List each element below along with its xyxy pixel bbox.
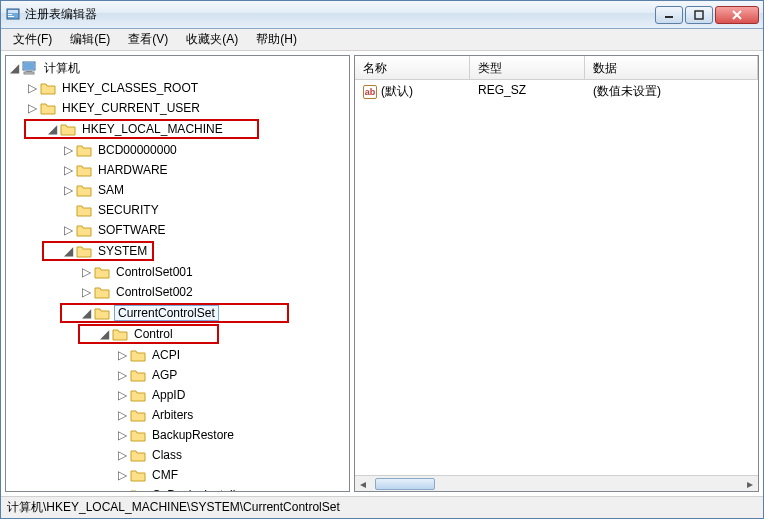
- menu-file[interactable]: 文件(F): [5, 29, 60, 50]
- tree-node-bcd[interactable]: ▷BCD00000000: [6, 140, 349, 160]
- tree-node-sam[interactable]: ▷SAM: [6, 180, 349, 200]
- tree-pane[interactable]: ◢ 计算机 ▷ HKEY_CLASSES_ROOT ▷: [5, 55, 350, 492]
- chevron-right-icon[interactable]: ▷: [62, 164, 74, 176]
- tree-label: SECURITY: [96, 202, 161, 218]
- tree-node-security[interactable]: ▷SECURITY: [6, 200, 349, 220]
- chevron-right-icon[interactable]: ▷: [116, 469, 128, 481]
- chevron-right-icon[interactable]: ▷: [62, 184, 74, 196]
- folder-icon: [130, 348, 146, 362]
- tree-node-appid[interactable]: ▷AppID: [6, 385, 349, 405]
- folder-icon: [130, 488, 146, 492]
- chevron-right-icon[interactable]: ▷: [116, 429, 128, 441]
- registry-value-row[interactable]: ab(默认) REG_SZ (数值未设置): [355, 80, 758, 103]
- tree-label: HKEY_LOCAL_MACHINE: [80, 121, 225, 137]
- tree-label: SYSTEM: [96, 243, 149, 259]
- chevron-right-icon[interactable]: ▷: [116, 489, 128, 492]
- chevron-right-icon[interactable]: ▷: [116, 409, 128, 421]
- tree-node-hkcr[interactable]: ▷ HKEY_CLASSES_ROOT: [6, 78, 349, 98]
- tree-label: ControlSet001: [114, 264, 195, 280]
- tree-node-agp[interactable]: ▷AGP: [6, 365, 349, 385]
- chevron-right-icon[interactable]: ▷: [62, 144, 74, 156]
- tree-node-cmf[interactable]: ▷CMF: [6, 465, 349, 485]
- menu-favorites[interactable]: 收藏夹(A): [178, 29, 246, 50]
- folder-icon: [60, 122, 76, 136]
- folder-icon: [130, 408, 146, 422]
- folder-icon: [76, 183, 92, 197]
- chevron-right-icon[interactable]: ▷: [116, 349, 128, 361]
- tree-node-ccs[interactable]: ◢ CurrentControlSet: [60, 303, 289, 323]
- chevron-right-icon[interactable]: ▷: [26, 102, 38, 114]
- tree-node-class[interactable]: ▷Class: [6, 445, 349, 465]
- chevron-right-icon[interactable]: ▷: [116, 449, 128, 461]
- value-name-cell: ab(默认): [355, 83, 470, 100]
- chevron-down-icon[interactable]: ◢: [46, 123, 58, 135]
- string-value-icon: ab: [363, 85, 377, 99]
- window-controls: [655, 6, 759, 24]
- chevron-down-icon[interactable]: ◢: [62, 245, 74, 257]
- value-data: (数值未设置): [585, 83, 758, 100]
- scroll-left-icon[interactable]: ◂: [355, 476, 371, 492]
- chevron-right-icon[interactable]: ▷: [116, 389, 128, 401]
- tree-label: BackupRestore: [150, 427, 236, 443]
- tree-label: CoDeviceInstallers: [150, 487, 254, 492]
- tree-node-control[interactable]: ◢ Control: [78, 324, 219, 344]
- folder-icon: [76, 163, 92, 177]
- tree-node-cs001[interactable]: ▷ControlSet001: [6, 262, 349, 282]
- svg-rect-11: [24, 72, 34, 74]
- scroll-thumb[interactable]: [375, 478, 435, 490]
- tree-node-codeviceinstallers[interactable]: ▷CoDeviceInstallers: [6, 485, 349, 492]
- tree-node-arbiters[interactable]: ▷Arbiters: [6, 405, 349, 425]
- svg-rect-9: [24, 63, 34, 69]
- chevron-right-icon[interactable]: ▷: [80, 266, 92, 278]
- horizontal-scrollbar[interactable]: ◂ ▸: [355, 475, 758, 491]
- minimize-button[interactable]: [655, 6, 683, 24]
- folder-icon: [76, 143, 92, 157]
- tree-label: SAM: [96, 182, 126, 198]
- tree-label: Class: [150, 447, 184, 463]
- tree-label: Arbiters: [150, 407, 195, 423]
- svg-rect-5: [695, 11, 703, 19]
- menu-view[interactable]: 查看(V): [120, 29, 176, 50]
- tree-node-system[interactable]: ◢ SYSTEM: [42, 241, 154, 261]
- tree-node-acpi[interactable]: ▷ACPI: [6, 345, 349, 365]
- folder-icon: [130, 448, 146, 462]
- value-name: (默认): [381, 84, 413, 98]
- tree-node-hkcu[interactable]: ▷ HKEY_CURRENT_USER: [6, 98, 349, 118]
- details-header: 名称 类型 数据: [355, 56, 758, 80]
- window-title: 注册表编辑器: [25, 6, 655, 23]
- tree-label: HARDWARE: [96, 162, 170, 178]
- column-header-type[interactable]: 类型: [470, 56, 585, 79]
- registry-tree: ◢ 计算机 ▷ HKEY_CLASSES_ROOT ▷: [6, 56, 349, 492]
- tree-node-software[interactable]: ▷SOFTWARE: [6, 220, 349, 240]
- chevron-down-icon[interactable]: ◢: [8, 62, 20, 74]
- folder-icon: [94, 306, 110, 320]
- menu-help[interactable]: 帮助(H): [248, 29, 305, 50]
- chevron-right-icon[interactable]: ▷: [26, 82, 38, 94]
- workarea: ◢ 计算机 ▷ HKEY_CLASSES_ROOT ▷: [1, 51, 763, 496]
- close-button[interactable]: [715, 6, 759, 24]
- tree-node-hklm[interactable]: ◢ HKEY_LOCAL_MACHINE: [24, 119, 259, 139]
- folder-icon: [40, 101, 56, 115]
- chevron-right-icon[interactable]: ▷: [62, 224, 74, 236]
- tree-label-selected: CurrentControlSet: [114, 305, 219, 321]
- tree-label: BCD00000000: [96, 142, 179, 158]
- details-pane: 名称 类型 数据 ab(默认) REG_SZ (数值未设置) ◂ ▸: [354, 55, 759, 492]
- chevron-down-icon[interactable]: ◢: [98, 328, 110, 340]
- chevron-down-icon[interactable]: ◢: [80, 307, 92, 319]
- column-header-data[interactable]: 数据: [585, 56, 758, 79]
- details-body[interactable]: ab(默认) REG_SZ (数值未设置): [355, 80, 758, 475]
- chevron-right-icon[interactable]: ▷: [80, 286, 92, 298]
- menu-edit[interactable]: 编辑(E): [62, 29, 118, 50]
- tree-node-hardware[interactable]: ▷HARDWARE: [6, 160, 349, 180]
- tree-label: CMF: [150, 467, 180, 483]
- chevron-right-icon[interactable]: ▷: [116, 369, 128, 381]
- scroll-right-icon[interactable]: ▸: [742, 476, 758, 492]
- tree-node-computer[interactable]: ◢ 计算机: [6, 58, 349, 78]
- tree-node-backuprestore[interactable]: ▷BackupRestore: [6, 425, 349, 445]
- tree-label: ACPI: [150, 347, 182, 363]
- column-header-name[interactable]: 名称: [355, 56, 470, 79]
- computer-icon: [22, 61, 38, 75]
- maximize-button[interactable]: [685, 6, 713, 24]
- tree-node-cs002[interactable]: ▷ControlSet002: [6, 282, 349, 302]
- svg-rect-2: [8, 14, 12, 15]
